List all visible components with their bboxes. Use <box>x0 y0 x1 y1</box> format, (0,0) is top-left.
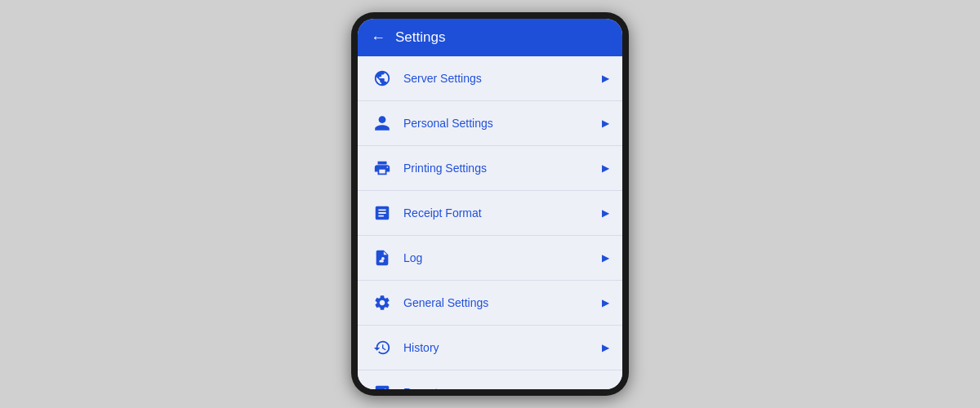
settings-header: ← Settings <box>358 19 622 56</box>
report-label: Report <box>403 386 602 389</box>
log-icon <box>371 246 394 269</box>
report-chevron: ▶ <box>602 387 609 389</box>
page-title: Settings <box>395 29 445 46</box>
menu-item-receipt-format[interactable]: Receipt Format ▶ <box>358 191 622 236</box>
menu-item-server-settings[interactable]: Server Settings ▶ <box>358 56 622 101</box>
log-chevron: ▶ <box>602 252 609 264</box>
server-settings-label: Server Settings <box>403 72 602 85</box>
person-icon <box>371 112 394 135</box>
general-settings-label: General Settings <box>403 296 602 309</box>
receipt-format-label: Receipt Format <box>403 206 602 220</box>
globe-icon <box>371 67 394 90</box>
menu-item-printing-settings[interactable]: Printing Settings ▶ <box>358 146 622 191</box>
menu-item-history[interactable]: History ▶ <box>358 326 622 370</box>
history-label: History <box>403 341 602 354</box>
menu-item-general-settings[interactable]: General Settings ▶ <box>358 281 622 326</box>
back-button[interactable]: ← <box>371 29 385 47</box>
server-settings-chevron: ▶ <box>602 73 609 84</box>
menu-item-log[interactable]: Log ▶ <box>358 236 622 281</box>
printing-settings-chevron: ▶ <box>602 162 609 174</box>
history-chevron: ▶ <box>602 342 609 353</box>
phone-frame: ← Settings Server Settings ▶ <box>351 12 629 396</box>
general-settings-chevron: ▶ <box>602 297 609 308</box>
printing-settings-label: Printing Settings <box>403 162 602 175</box>
gear-icon <box>371 291 394 314</box>
settings-menu-list: Server Settings ▶ Personal Settings ▶ <box>358 56 622 389</box>
receipt-format-chevron: ▶ <box>602 207 609 219</box>
personal-settings-chevron: ▶ <box>602 118 609 129</box>
menu-item-report[interactable]: Report ▶ <box>358 370 622 389</box>
personal-settings-label: Personal Settings <box>403 117 602 130</box>
log-label: Log <box>403 251 602 264</box>
menu-item-personal-settings[interactable]: Personal Settings ▶ <box>358 101 622 146</box>
printer-icon <box>371 157 394 180</box>
receipt-icon <box>371 202 394 224</box>
history-icon <box>371 336 394 359</box>
report-icon <box>371 381 394 389</box>
phone-screen: ← Settings Server Settings ▶ <box>358 19 622 389</box>
